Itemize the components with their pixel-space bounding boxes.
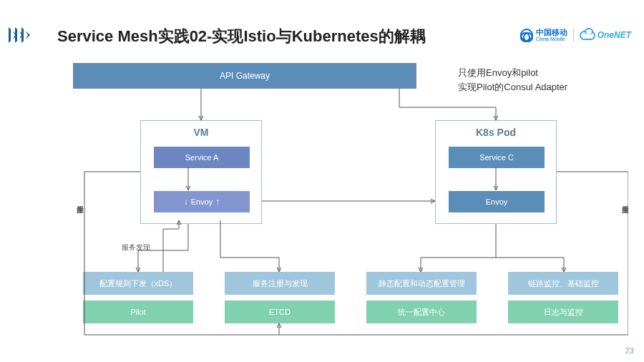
page-number: 23 <box>625 346 634 355</box>
onenet-logo: OneNET <box>580 30 631 40</box>
china-mobile-logo: 中国移动 China Mobile <box>520 29 567 41</box>
header-logos: 中国移动 China Mobile OneNET <box>520 29 631 41</box>
onenet-text: OneNET <box>597 30 631 40</box>
slide-title: Service Mesh实践02-实现Istio与Kubernetes的解耦 <box>57 26 426 47</box>
diagram-canvas: API Gateway VM Service A ↓ Envoy ↑ K8s P… <box>56 57 628 343</box>
etcd-box: ETCD <box>225 300 335 323</box>
envoy-c-box: Envoy <box>449 191 545 212</box>
slide-header: Service Mesh实践02-实现Istio与Kubernetes的解耦 中… <box>0 13 644 41</box>
arrow-down-icon: ↓ <box>184 197 188 207</box>
k8s-title: K8s Pod <box>436 127 556 138</box>
config-mgmt-box: 静态配置和动态配置管理 <box>366 272 477 295</box>
api-gateway-box: API Gateway <box>73 63 416 89</box>
monitoring-box: 链路监控、基础监控 <box>508 272 618 295</box>
cloud-icon <box>580 31 595 40</box>
vm-title: VM <box>141 127 261 138</box>
service-c-box: Service C <box>449 147 545 168</box>
arrow-up-icon: ↑ <box>215 197 220 207</box>
config-center-box: 统一配置中心 <box>366 300 477 323</box>
envoy-a-box: ↓ Envoy ↑ <box>154 191 250 212</box>
service-registry-box: 服务注册与发现 <box>225 272 335 295</box>
service-a-box: Service A <box>154 147 250 168</box>
chevron-icon <box>9 27 28 43</box>
xds-box: 配置规则下发（xDS） <box>83 272 193 295</box>
china-mobile-icon <box>520 29 533 41</box>
envoy-a-label: Envoy <box>191 197 213 206</box>
logo-divider <box>573 29 574 41</box>
vm-container: VM Service A ↓ Envoy ↑ <box>140 120 262 224</box>
service-discovery-label: 服务发现 <box>122 243 150 253</box>
china-mobile-cn: 中国移动 <box>536 29 567 36</box>
log-monitor-box: 日志与监控 <box>508 300 618 323</box>
k8s-container: K8s Pod Service C Envoy <box>435 120 557 224</box>
china-mobile-en: China Mobile <box>536 36 567 41</box>
pilot-box: Pilot <box>83 300 193 323</box>
